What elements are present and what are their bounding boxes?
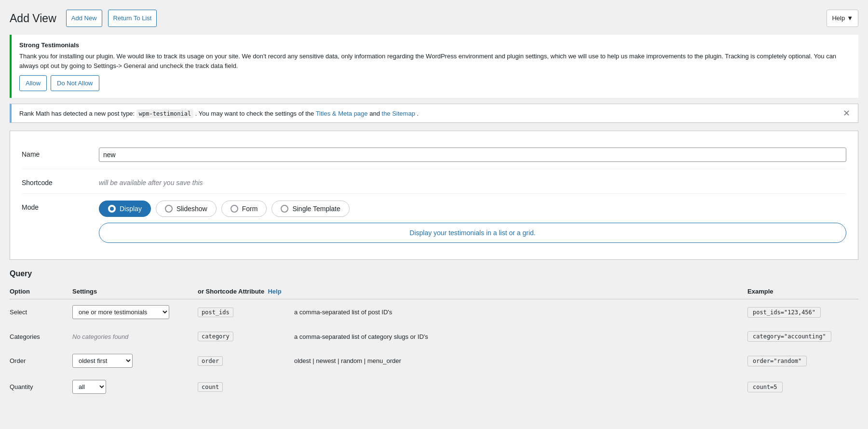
shortcode-help-link[interactable]: Help bbox=[268, 288, 281, 295]
mode-option-single-template[interactable]: Single Template bbox=[271, 201, 349, 217]
shortcode-placeholder: will be available after you save this bbox=[99, 176, 846, 187]
option-quantity-label: Quantity bbox=[10, 374, 72, 400]
mode-field: Display Slideshow Form Single Template bbox=[99, 201, 846, 243]
col-header-settings: Settings bbox=[72, 284, 198, 299]
order-dropdown[interactable]: oldest first newest first random menu_or… bbox=[72, 354, 133, 368]
notice-title: Strong Testimonials bbox=[19, 41, 851, 49]
notice-body: Thank you for installing our plugin. We … bbox=[19, 52, 851, 70]
radio-inner-display bbox=[110, 207, 114, 211]
mode-option-display[interactable]: Display bbox=[99, 201, 151, 217]
name-field bbox=[99, 147, 846, 162]
radio-single-template bbox=[281, 205, 288, 213]
mode-option-form[interactable]: Form bbox=[221, 201, 267, 217]
rank-math-notice-text: Rank Math has detected a new post type: … bbox=[19, 110, 419, 117]
description-category: a comma-separated list of category slugs… bbox=[294, 325, 747, 348]
example-order: order="random" bbox=[747, 348, 858, 374]
name-row: Name bbox=[22, 141, 846, 169]
table-row: Quantity all 1 2 3 5 10 15 20 bbox=[10, 374, 858, 400]
chevron-down-icon: ▼ bbox=[847, 12, 853, 25]
strong-testimonials-notice: Strong Testimonials Thank you for instal… bbox=[10, 35, 858, 98]
page-title: Add View bbox=[10, 12, 56, 25]
name-input[interactable] bbox=[99, 147, 846, 162]
query-title: Query bbox=[10, 269, 858, 278]
col-header-example: Example bbox=[747, 284, 858, 299]
example-category: category="accounting" bbox=[747, 325, 858, 348]
radio-display bbox=[108, 205, 116, 213]
shortcode-order: order bbox=[198, 348, 294, 374]
allow-button[interactable]: Allow bbox=[19, 75, 47, 91]
description-post-ids: a comma-separated list of post ID's bbox=[294, 299, 747, 325]
description-quantity bbox=[294, 374, 747, 400]
do-not-allow-button[interactable]: Do Not Allow bbox=[51, 75, 99, 91]
query-table: Option Settings or Shortcode Attribute H… bbox=[10, 284, 858, 400]
shortcode-label: Shortcode bbox=[22, 176, 99, 187]
shortcode-row: Shortcode will be available after you sa… bbox=[22, 169, 846, 194]
option-categories-label: Categories bbox=[10, 325, 72, 348]
notice-actions: Allow Do Not Allow bbox=[19, 75, 851, 91]
titles-meta-link[interactable]: Titles & Meta page bbox=[316, 110, 368, 117]
select-dropdown[interactable]: one or more testimonials all testimonial… bbox=[72, 305, 169, 319]
table-row: Order oldest first newest first random m… bbox=[10, 348, 858, 374]
option-order-label: Order bbox=[10, 348, 72, 374]
col-header-option: Option bbox=[10, 284, 72, 299]
col-header-shortcode: or Shortcode Attribute Help bbox=[198, 284, 294, 299]
post-type-code: wpm-testimonial bbox=[136, 109, 193, 118]
radio-form bbox=[231, 205, 238, 213]
mode-options: Display Slideshow Form Single Template bbox=[99, 201, 846, 217]
shortcode-count: count bbox=[198, 374, 294, 400]
settings-order: oldest first newest first random menu_or… bbox=[72, 348, 198, 374]
mode-option-slideshow[interactable]: Slideshow bbox=[156, 201, 217, 217]
return-to-list-button[interactable]: Return To List bbox=[108, 10, 157, 27]
help-button[interactable]: Help ▼ bbox=[827, 10, 858, 27]
radio-slideshow bbox=[165, 205, 173, 213]
mode-hint: Display your testimonials in a list or a… bbox=[99, 223, 846, 243]
settings-categories: No categories found bbox=[72, 325, 198, 348]
add-new-button[interactable]: Add New bbox=[66, 10, 102, 27]
example-quantity: count=5 bbox=[747, 374, 858, 400]
table-row: Select one or more testimonials all test… bbox=[10, 299, 858, 325]
quantity-dropdown[interactable]: all 1 2 3 5 10 15 20 bbox=[72, 380, 106, 394]
add-view-form: Name Shortcode will be available after y… bbox=[10, 131, 858, 260]
example-post-ids: post_ids="123,456" bbox=[747, 299, 858, 325]
page-header: Add View Add New Return To List Help ▼ bbox=[10, 10, 858, 27]
mode-row: Mode Display Slideshow For bbox=[22, 194, 846, 250]
table-header-row: Option Settings or Shortcode Attribute H… bbox=[10, 284, 858, 299]
sitemap-link[interactable]: the Sitemap bbox=[382, 110, 415, 117]
shortcode-category: category bbox=[198, 325, 294, 348]
close-notice-button[interactable]: ✕ bbox=[843, 109, 850, 118]
shortcode-field: will be available after you save this bbox=[99, 176, 846, 187]
table-row: Categories No categories found category … bbox=[10, 325, 858, 348]
col-header-description bbox=[294, 284, 747, 299]
mode-label: Mode bbox=[22, 201, 99, 211]
description-order: oldest | newest | random | menu_order bbox=[294, 348, 747, 374]
shortcode-post-ids: post_ids bbox=[198, 299, 294, 325]
settings-quantity: all 1 2 3 5 10 15 20 bbox=[72, 374, 198, 400]
query-section: Query Option Settings or Shortcode Attri… bbox=[10, 269, 858, 400]
rank-math-notice: Rank Math has detected a new post type: … bbox=[10, 104, 858, 123]
settings-select: one or more testimonials all testimonial… bbox=[72, 299, 198, 325]
name-label: Name bbox=[22, 147, 99, 158]
option-select-label: Select bbox=[10, 299, 72, 325]
